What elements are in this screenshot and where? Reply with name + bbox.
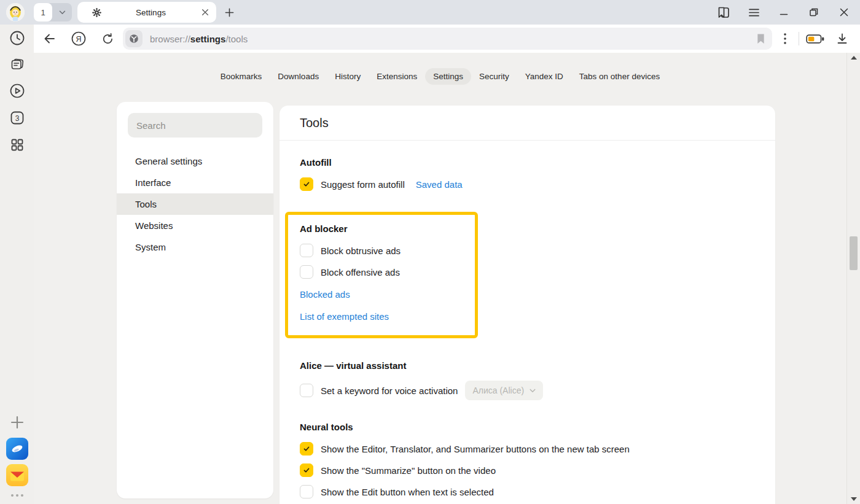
menu-icon[interactable]: [745, 4, 762, 21]
tab-title: Settings: [101, 8, 200, 17]
checkbox-label: Block offensive ads: [321, 267, 400, 277]
bookmark-icon[interactable]: [756, 33, 765, 45]
toolbar-divider: [799, 32, 799, 45]
section-heading-ad-blocker: Ad blocker: [300, 223, 475, 234]
downloads-icon[interactable]: [833, 29, 851, 48]
feed-icon[interactable]: [9, 56, 25, 72]
setting-row-voice-keyword: Set a keyword for voice activation Алиса…: [300, 381, 755, 400]
add-panel-item-icon[interactable]: [10, 416, 24, 429]
tabs-counter-icon[interactable]: 3: [9, 110, 25, 126]
setting-row-edit-button: Show the Edit button when text is select…: [300, 485, 755, 498]
svg-text:3: 3: [15, 114, 19, 123]
maximize-button[interactable]: [805, 4, 823, 21]
nav-tab-bookmarks[interactable]: Bookmarks: [213, 68, 270, 85]
protect-shield-icon[interactable]: [125, 30, 143, 47]
yandex-disk-icon[interactable]: [6, 438, 28, 460]
left-rail: 3: [0, 25, 34, 504]
scroll-up-arrow-icon[interactable]: [851, 56, 857, 60]
url-text: browser://settings/tools: [150, 34, 756, 44]
search-input[interactable]: [128, 113, 262, 138]
minimize-button[interactable]: [775, 4, 792, 21]
sidebar-menu: General settings Interface Tools Website…: [117, 150, 273, 258]
tab-settings[interactable]: Settings: [77, 2, 216, 23]
yandex-home-button[interactable]: Я: [69, 29, 88, 48]
section-autofill: Autofill Suggest form autofill Saved dat…: [300, 157, 755, 191]
sidebar-item-system[interactable]: System: [117, 236, 273, 258]
checkbox-label: Block obtrusive ads: [321, 246, 401, 256]
profile-avatar[interactable]: [6, 3, 25, 21]
side-panel-icon[interactable]: [715, 4, 732, 21]
scrollbar-thumb[interactable]: [850, 236, 858, 270]
address-bar[interactable]: browser://settings/tools: [123, 28, 772, 50]
checkbox-label: Set a keyword for voice activation: [321, 386, 458, 396]
checkbox-label: Suggest form autofill: [321, 179, 405, 190]
checkbox-label: Show the Edit button when text is select…: [321, 487, 494, 497]
section-heading-alice: Alice — virtual assistant: [300, 360, 755, 371]
kebab-menu-icon[interactable]: [776, 29, 794, 48]
nav-tab-history[interactable]: History: [327, 68, 369, 85]
settings-nav: Bookmarks Downloads History Extensions S…: [34, 68, 846, 85]
checkbox-summarize-video[interactable]: [300, 463, 313, 477]
nav-tab-other-devices[interactable]: Tabs on other devices: [571, 68, 668, 85]
new-tab-button[interactable]: [225, 8, 234, 17]
nav-tab-security[interactable]: Security: [471, 68, 517, 85]
section-heading-autofill: Autofill: [300, 157, 755, 168]
checkbox-block-offensive-ads[interactable]: [300, 265, 313, 279]
dropdown-value: Алиса (Alice): [472, 386, 524, 395]
reload-button[interactable]: [98, 29, 117, 48]
nav-tab-extensions[interactable]: Extensions: [369, 68, 425, 85]
scroll-down-arrow-icon[interactable]: [851, 497, 857, 501]
checkbox-label: Show the Editor, Translator, and Summari…: [321, 444, 630, 454]
video-play-icon[interactable]: [9, 83, 25, 99]
page-title: Tools: [300, 116, 329, 130]
checkbox-suggest-form-autofill[interactable]: [300, 177, 313, 191]
tab-group[interactable]: 1: [34, 3, 72, 21]
sidebar-item-interface[interactable]: Interface: [117, 172, 273, 193]
yandex-mail-icon[interactable]: [6, 464, 28, 486]
checkbox-voice-keyword[interactable]: [300, 384, 313, 397]
history-icon[interactable]: [9, 30, 25, 46]
tab-close-icon[interactable]: [200, 7, 210, 17]
saved-data-link[interactable]: Saved data: [416, 179, 463, 190]
nav-tab-yandex-id[interactable]: Yandex ID: [517, 68, 571, 85]
ad-blocker-highlight-box: Ad blocker Block obtrusive ads Block of: [285, 212, 478, 338]
section-neural-tools: Neural tools Show the Editor, Translator…: [300, 422, 755, 498]
setting-row-suggest-autofill: Suggest form autofill Saved data: [300, 177, 755, 191]
apps-grid-icon[interactable]: [9, 137, 25, 153]
checkbox-show-editor-buttons[interactable]: [300, 442, 313, 456]
browser-toolbar: Я browser://settings/tools: [34, 25, 860, 53]
alice-keyword-dropdown[interactable]: Алиса (Alice): [465, 381, 543, 400]
tab-group-counter[interactable]: 1: [34, 3, 52, 21]
checkbox-edit-button-selection[interactable]: [300, 485, 313, 498]
gear-icon: [92, 8, 101, 17]
sidebar-item-websites[interactable]: Websites: [117, 215, 273, 236]
sidebar-item-general-settings[interactable]: General settings: [117, 150, 273, 172]
battery-icon[interactable]: [803, 29, 827, 48]
setting-row-block-obtrusive: Block obtrusive ads: [300, 244, 475, 257]
checkbox-block-obtrusive-ads[interactable]: [300, 244, 313, 257]
content-header: Tools: [280, 106, 775, 141]
close-button[interactable]: [835, 4, 853, 21]
blocked-ads-link[interactable]: Blocked ads: [300, 289, 475, 300]
more-panels-icon[interactable]: [10, 494, 25, 497]
alice-avatar-icon: [6, 3, 25, 21]
setting-row-editor-buttons: Show the Editor, Translator, and Summari…: [300, 442, 755, 456]
svg-text:Я: Я: [76, 35, 81, 44]
setting-row-summarize-video: Show the "Summarize" button on the video: [300, 463, 755, 477]
checkbox-label: Show the "Summarize" button on the video: [321, 465, 496, 476]
chevron-down-icon: [530, 389, 536, 393]
nav-tab-downloads[interactable]: Downloads: [270, 68, 327, 85]
settings-page: Bookmarks Downloads History Extensions S…: [34, 53, 860, 504]
settings-sidebar: General settings Interface Tools Website…: [117, 102, 273, 498]
settings-content: Tools Autofill Suggest form autofill Sav…: [280, 106, 775, 504]
setting-row-block-offensive: Block offensive ads: [300, 265, 475, 279]
exempted-sites-link[interactable]: List of exempted sites: [300, 311, 475, 322]
titlebar: 1 Settings: [0, 0, 860, 25]
section-alice: Alice — virtual assistant Set a keyword …: [300, 360, 755, 400]
sidebar-item-tools[interactable]: Tools: [117, 193, 273, 215]
section-heading-neural: Neural tools: [300, 422, 755, 432]
back-button[interactable]: [40, 29, 58, 48]
nav-tab-settings[interactable]: Settings: [425, 68, 471, 85]
tab-group-chevron-icon[interactable]: [52, 10, 72, 15]
scrollbar[interactable]: [846, 53, 860, 504]
